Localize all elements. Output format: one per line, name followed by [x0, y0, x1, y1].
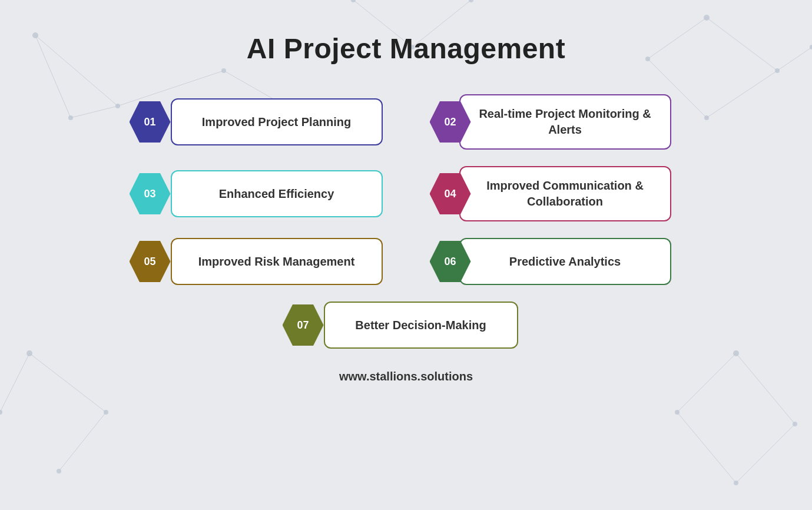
- svg-point-33: [793, 422, 797, 426]
- badge-07: 07: [283, 304, 324, 346]
- item-05: 05 Improved Risk Management: [141, 238, 383, 285]
- item-07: 07 Better Decision-Making: [294, 302, 518, 349]
- svg-point-35: [675, 410, 680, 415]
- card-04: Improved Communication & Collaboration: [459, 166, 671, 221]
- badge-01: 01: [130, 101, 171, 143]
- badge-05: 05: [130, 241, 171, 282]
- page-title: AI Project Management: [247, 32, 565, 65]
- bottom-row: 07 Better Decision-Making: [141, 285, 671, 349]
- svg-point-34: [734, 481, 738, 485]
- footer-url: www.stallions.solutions: [339, 370, 473, 383]
- card-01: Improved Project Planning: [171, 98, 383, 145]
- item-04: Improved Communication & Collaboration 0…: [430, 166, 671, 221]
- svg-point-31: [57, 469, 61, 473]
- card-02: Real-time Project Monitoring & Alerts: [459, 94, 671, 150]
- items-grid: 01 Improved Project Planning Real-time P…: [141, 94, 671, 285]
- card-03: Enhanced Efficiency: [171, 170, 383, 217]
- card-05: Improved Risk Management: [171, 238, 383, 285]
- card-06: Predictive Analytics: [459, 238, 671, 285]
- item-01: 01 Improved Project Planning: [141, 94, 383, 150]
- item-02: Real-time Project Monitoring & Alerts 02: [430, 94, 671, 150]
- badge-03: 03: [130, 173, 171, 214]
- card-07: Better Decision-Making: [324, 302, 518, 349]
- item-03: 03 Enhanced Efficiency: [141, 166, 383, 221]
- svg-point-30: [104, 410, 108, 415]
- item-06: Predictive Analytics 06: [430, 238, 671, 285]
